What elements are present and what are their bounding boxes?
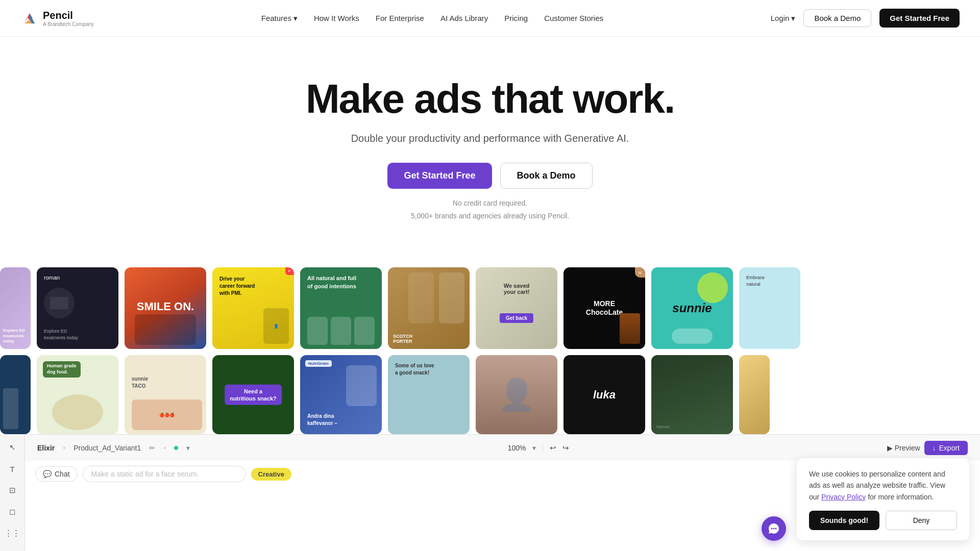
book-demo-button[interactable]: Book a Demo — [803, 9, 871, 27]
nav-actions: Login ▾ Book a Demo Get Started Free — [771, 9, 960, 28]
download-icon: ↓ — [933, 444, 936, 452]
nav-customer-stories[interactable]: Customer Stories — [544, 14, 603, 22]
ad-gallery: Explore EDtreatmentstoday roman Explore … — [0, 267, 980, 434]
list-item: M MOREChocoLate — [564, 267, 645, 349]
chat-icon: 💬 — [43, 470, 52, 478]
editor-center: 100% ▾ | ↩ ↪ — [508, 443, 569, 453]
hero-subtitle: Double your productivity and performance… — [10, 133, 970, 144]
privacy-policy-link[interactable]: Privacy Policy — [821, 493, 866, 501]
svg-point-4 — [771, 528, 773, 530]
variant-name: Product_Ad_Variant1 — [74, 444, 141, 452]
play-icon: ▶ — [887, 444, 893, 452]
list-item: Embracenatural — [739, 267, 800, 349]
chat-input[interactable]: Make a static ad for a face serum. — [83, 466, 246, 482]
list-item: Human gradedog food. — [37, 355, 118, 434]
list-item: We savedyour cart! Get back — [476, 267, 557, 349]
text-tool[interactable]: T — [4, 461, 20, 477]
hero-section: Make ads that work. Double your producti… — [0, 37, 980, 243]
list-item: Named — [651, 355, 733, 434]
accept-cookies-button[interactable]: Sounds good! — [809, 511, 879, 530]
grid-tool[interactable]: ⋮⋮ — [4, 525, 20, 541]
chevron-down-icon[interactable]: ▾ — [532, 444, 536, 452]
ad-row-2: Human gradedog food. sunnieTACO 🍎🍎🍎 Need… — [0, 355, 980, 434]
logo-text: Pencil A Brandtech Company — [43, 10, 94, 27]
nav-for-enterprise[interactable]: For Enterprise — [376, 14, 424, 22]
list-item: Some of us lovea good snack! — [388, 355, 470, 434]
navbar: Pencil A Brandtech Company Features ▾ Ho… — [0, 0, 980, 37]
editor-right: ▶ Preview ↓ Export — [887, 441, 968, 455]
undo-button[interactable]: ↩ — [550, 443, 556, 453]
editor-separator-1: • — [63, 444, 65, 452]
chevron-down-icon: ▾ — [791, 14, 795, 23]
editor-left-tools: ↖ T ⊡ ◻ ⋮⋮ ✦ — [0, 434, 25, 551]
crop-tool[interactable]: ⊡ — [4, 482, 20, 498]
hero-cta-secondary[interactable]: Book a Demo — [500, 163, 593, 189]
export-button[interactable]: ↓ Export — [924, 441, 968, 455]
brand-tagline: A Brandtech Company — [43, 21, 94, 27]
list-item: roman Explore EDtreatments today — [37, 267, 118, 349]
zoom-level: 100% — [508, 444, 526, 452]
brand-name: Pencil — [43, 10, 94, 21]
list-item: NutriGrain Andra dinakaffevanor – — [300, 355, 382, 434]
logo-icon — [20, 9, 39, 28]
login-button[interactable]: Login ▾ — [771, 14, 796, 23]
list-item — [0, 355, 31, 434]
chat-widget-button[interactable] — [762, 516, 786, 541]
list-item: sunnie — [651, 267, 733, 349]
editor-separator-3: | — [542, 444, 544, 452]
list-item: 👤 — [476, 355, 557, 434]
hero-meta-line2: 5,000+ brands and agencies already using… — [10, 210, 970, 222]
pencil-edit-icon[interactable]: ✏ — [149, 444, 155, 452]
editor-toolbar: Elixir • Product_Ad_Variant1 ✏ • ▾ 100% … — [25, 434, 980, 461]
nav-features[interactable]: Features ▾ — [261, 14, 298, 23]
nav-pricing[interactable]: Pricing — [504, 14, 528, 22]
project-name: Elixir — [37, 444, 55, 452]
chat-placeholder: Make a static ad for a face serum. — [91, 470, 199, 478]
get-started-nav-button[interactable]: Get Started Free — [879, 9, 960, 28]
hero-title: Make ads that work. — [260, 78, 720, 120]
list-item: Explore EDtreatmentstoday — [0, 267, 31, 349]
svg-point-6 — [775, 528, 777, 530]
nav-links: Features ▾ How It Works For Enterprise A… — [261, 14, 603, 23]
hero-buttons: Get Started Free Book a Demo — [10, 163, 970, 189]
cookie-banner: We use cookies to personalize content an… — [796, 458, 970, 541]
list-item — [739, 355, 770, 434]
list-item: sunnieTACO 🍎🍎🍎 — [125, 355, 206, 434]
deny-cookies-button[interactable]: Deny — [886, 511, 957, 530]
list-item: All natural and fullof good intentions — [300, 267, 382, 349]
cursor-tool[interactable]: ↖ — [4, 439, 20, 456]
nav-ai-ads-library[interactable]: AI Ads Library — [440, 14, 488, 22]
chat-widget-icon — [768, 522, 780, 535]
logo-link[interactable]: Pencil A Brandtech Company — [20, 9, 94, 28]
nav-how-it-works[interactable]: How It Works — [314, 14, 359, 22]
cookie-buttons: Sounds good! Deny — [809, 511, 957, 530]
list-item: P Drive yourcareer forwardwith PMI. 👤 — [212, 267, 294, 349]
hero-meta: No credit card required. 5,000+ brands a… — [10, 197, 970, 222]
ad-row-1: Explore EDtreatmentstoday roman Explore … — [0, 267, 980, 349]
shapes-tool[interactable]: ◻ — [4, 504, 20, 520]
creative-badge: Creative — [251, 468, 291, 481]
list-item: SMILE ON. — [125, 267, 206, 349]
status-indicator — [174, 446, 178, 450]
editor-left: Elixir • Product_Ad_Variant1 ✏ • ▾ — [37, 444, 190, 452]
hero-cta-primary[interactable]: Get Started Free — [387, 163, 492, 189]
cookie-text: We use cookies to personalize content an… — [809, 468, 957, 503]
chat-toggle[interactable]: 💬 Chat — [35, 466, 78, 482]
editor-separator-2: • — [163, 444, 166, 452]
redo-button[interactable]: ↪ — [562, 443, 569, 453]
hero-meta-line1: No credit card required. — [10, 197, 970, 210]
chat-label-text: Chat — [55, 470, 70, 478]
chevron-down-icon[interactable]: ▾ — [186, 444, 190, 452]
chevron-down-icon: ▾ — [293, 14, 298, 23]
spark-tool[interactable]: ✦ — [4, 546, 20, 551]
svg-point-5 — [773, 528, 775, 530]
list-item: SCOTCHPORTER — [388, 267, 470, 349]
preview-button[interactable]: ▶ Preview — [887, 444, 920, 452]
list-item: luka — [564, 355, 645, 434]
list-item: Need anutritious snack? — [212, 355, 294, 434]
